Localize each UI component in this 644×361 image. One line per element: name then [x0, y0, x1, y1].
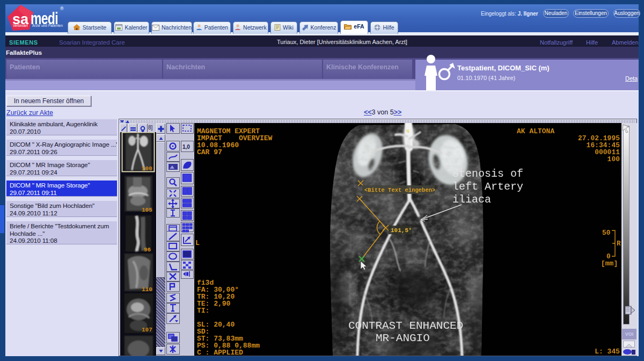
svg-text:105: 105: [142, 207, 152, 213]
svg-text:1,0: 1,0: [182, 144, 190, 150]
svg-text:iliaca: iliaca: [452, 193, 491, 206]
svg-text:N: N: [406, 129, 409, 134]
svg-text:MR-ANGIO: MR-ANGIO: [376, 332, 430, 344]
svg-text:96: 96: [144, 247, 151, 253]
svg-text:CONTRAST ENHANCED: CONTRAST ENHANCED: [348, 320, 463, 332]
svg-text:110: 110: [142, 286, 152, 293]
svg-text:101,5°: 101,5°: [391, 227, 412, 234]
svg-text:<Bitte Text eingeben>: <Bitte Text eingeben>: [364, 187, 435, 193]
svg-text:R: R: [617, 240, 621, 248]
svg-text:107: 107: [142, 327, 152, 333]
svg-text:[mm]: [mm]: [601, 259, 618, 268]
svg-text:left Artery: left Artery: [452, 180, 523, 193]
svg-text:Stenosis of: Stenosis of: [452, 168, 523, 180]
svg-text:100: 100: [142, 165, 152, 172]
svg-text:50: 50: [602, 229, 611, 237]
